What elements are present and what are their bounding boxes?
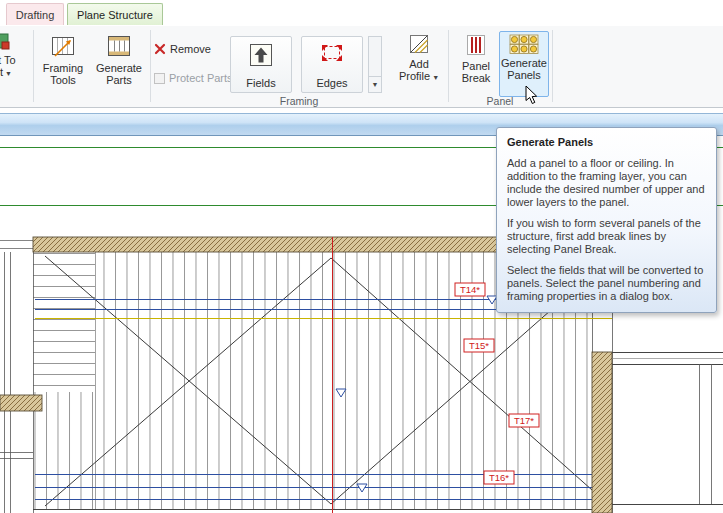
generate-panels-label-2: Panels [507, 69, 541, 81]
dropdown-icon: ▼ [432, 74, 439, 81]
framing-tools-button[interactable]: Framing Tools [36, 32, 90, 94]
add-profile-button[interactable]: Add Profile▼ [393, 32, 445, 94]
clipped-button-label-1: ect To [0, 54, 16, 66]
generate-panels-icon [509, 34, 539, 55]
generate-parts-label-2: Parts [106, 74, 132, 86]
remove-label: Remove [170, 43, 211, 55]
edges-label: Edges [316, 77, 347, 89]
truss-label-t15: T15* [464, 339, 494, 352]
protect-parts-checkbox[interactable]: Protect Parts [150, 70, 237, 86]
svg-text:T16*: T16* [489, 472, 509, 483]
generate-panels-button[interactable]: Generate Panels [499, 31, 549, 97]
clipped-button-icon [0, 32, 10, 52]
add-profile-label-2: Profile▼ [399, 70, 439, 84]
remove-icon [154, 43, 166, 55]
svg-text:T17*: T17* [514, 415, 534, 426]
add-profile-label-1: Add [409, 58, 429, 70]
svg-text:T14*: T14* [460, 284, 480, 295]
gallery-scroll-strip[interactable]: ▼ [368, 36, 382, 93]
truss-label-t17: T17* [509, 414, 539, 427]
tooltip-generate-panels: Generate Panels Add a panel to a floor o… [496, 127, 717, 313]
generate-parts-icon [105, 32, 133, 60]
gallery-dropdown-icon[interactable]: ▼ [369, 76, 381, 92]
panel-break-label-1: Panel [462, 60, 490, 72]
fields-button[interactable]: Fields [230, 36, 292, 93]
svg-text:T15*: T15* [469, 340, 489, 351]
panel-break-icon [463, 32, 489, 58]
tooltip-paragraph-1: Add a panel to a floor or ceiling. In ad… [507, 157, 706, 209]
generate-parts-label-1: Generate [96, 62, 142, 74]
generate-parts-button[interactable]: Generate Parts [92, 32, 146, 94]
protect-parts-label: Protect Parts [169, 72, 233, 84]
panel-break-label-2: Break [462, 72, 491, 84]
edges-button[interactable]: Edges [301, 36, 363, 93]
truss-label-t14: T14* [455, 283, 485, 296]
generate-panels-label-1: Generate [501, 57, 547, 69]
truss-label-t16: T16* [484, 471, 514, 484]
framing-tools-icon [49, 32, 77, 60]
tooltip-title: Generate Panels [507, 136, 706, 149]
ribbon-separator [33, 30, 34, 102]
panel-break-button[interactable]: Panel Break [453, 32, 499, 94]
fields-label: Fields [246, 77, 275, 89]
ribbon-tab-row: Drafting Plane Structure [0, 0, 723, 26]
ribbon-separator [552, 30, 553, 102]
ribbon: ect To ort▼ Framing Tools [0, 26, 723, 108]
framing-tools-label-1: Framing [43, 62, 83, 74]
right-extension [612, 353, 723, 506]
ribbon-separator [150, 30, 151, 102]
remove-button[interactable]: Remove [150, 40, 215, 58]
tooltip-paragraph-2: If you wish to form several panels of th… [507, 217, 706, 256]
add-profile-icon [407, 32, 431, 56]
dropdown-icon: ▼ [5, 70, 12, 77]
app-window: Drafting Plane Structure ect To ort▼ [0, 0, 723, 513]
ribbon-group-framing: Framing [150, 95, 448, 107]
fields-icon [248, 42, 274, 68]
tab-plane-structure[interactable]: Plane Structure [67, 3, 163, 25]
tooltip-paragraph-3: Select the fields that will be converted… [507, 264, 706, 303]
edges-icon [319, 42, 345, 64]
clipped-left-button[interactable]: ect To ort▼ [0, 32, 30, 94]
ribbon-separator [448, 30, 449, 102]
checkbox-icon [154, 73, 165, 84]
framing-tools-label-2: Tools [50, 74, 76, 86]
tab-drafting[interactable]: Drafting [6, 3, 64, 25]
clipped-button-label-2: ort▼ [0, 66, 12, 80]
mouse-cursor-icon [525, 86, 539, 106]
